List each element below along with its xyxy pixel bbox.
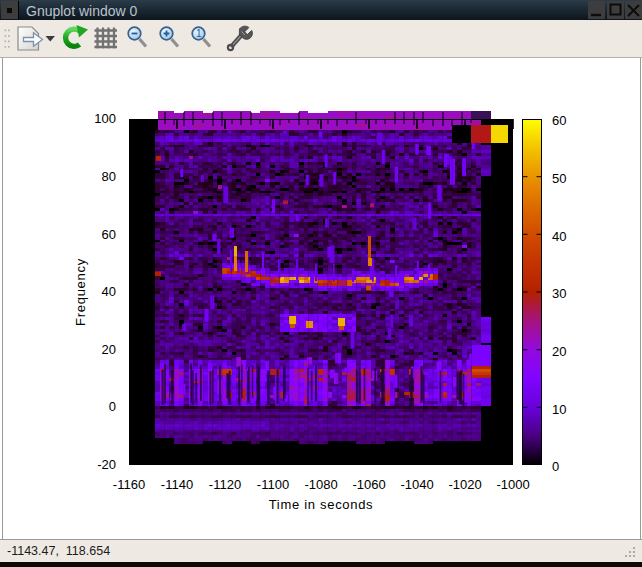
svg-text:-1060: -1060 [352, 477, 385, 492]
svg-text:-1100: -1100 [257, 477, 289, 492]
svg-text:20: 20 [552, 344, 566, 359]
svg-text:50: 50 [552, 171, 566, 186]
svg-text:-20: -20 [97, 457, 116, 472]
svg-text:Time in seconds: Time in seconds [269, 497, 374, 512]
svg-text:-1040: -1040 [400, 477, 433, 492]
svg-text:40: 40 [552, 229, 566, 244]
svg-text:40: 40 [102, 284, 116, 299]
svg-text:0: 0 [109, 399, 116, 414]
svg-text:1: 1 [196, 28, 202, 39]
svg-text:-1140: -1140 [161, 477, 193, 492]
svg-text:-1160: -1160 [113, 477, 145, 492]
svg-text:Frequency: Frequency [73, 258, 88, 326]
svg-text:-1020: -1020 [448, 477, 481, 492]
svg-text:60: 60 [552, 113, 566, 128]
svg-text:80: 80 [102, 169, 116, 184]
svg-text:-1120: -1120 [209, 477, 241, 492]
svg-text:-1000: -1000 [496, 477, 529, 492]
svg-text:-1080: -1080 [304, 477, 337, 492]
svg-text:30: 30 [552, 286, 566, 301]
svg-text:10: 10 [552, 402, 566, 417]
svg-text:0: 0 [552, 459, 559, 474]
svg-text:20: 20 [102, 342, 116, 357]
svg-text:60: 60 [102, 227, 116, 242]
svg-text:100: 100 [94, 111, 116, 126]
